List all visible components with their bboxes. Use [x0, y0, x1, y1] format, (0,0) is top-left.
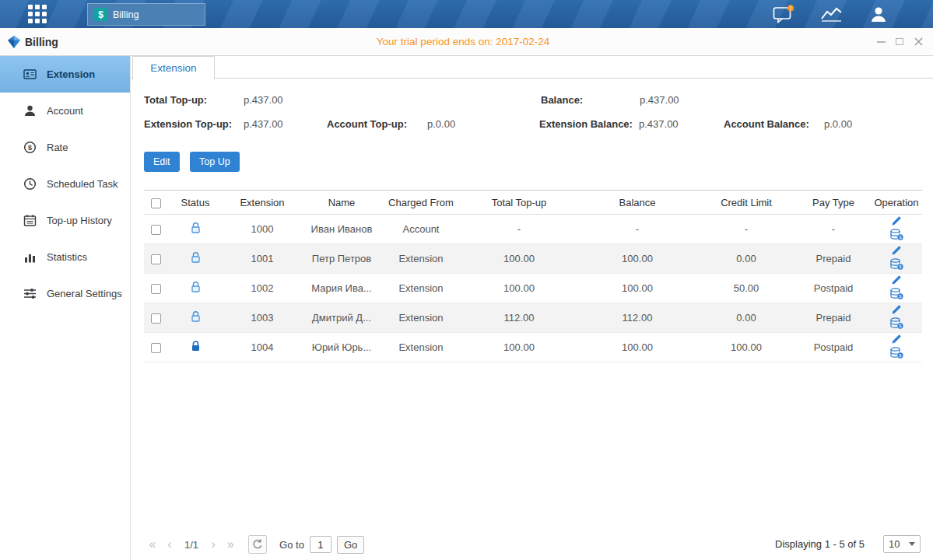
- sidebar-item-label: Extension: [47, 68, 95, 80]
- topup-icon[interactable]: $: [890, 229, 903, 243]
- cell-charged-from: Extension: [382, 333, 460, 362]
- pagination-bar: « ‹ 1/1 › » Go to Go Displaying 1 - 5 of…: [144, 532, 921, 557]
- cell-charged-from: Extension: [382, 303, 460, 333]
- minimize-button[interactable]: [872, 28, 889, 55]
- sidebar-item-rate[interactable]: $ Rate: [0, 129, 130, 166]
- table-row[interactable]: 1004 Юрий Юрь... Extension 100.00 100.00…: [144, 333, 922, 362]
- cell-total-topup: 100.00: [460, 244, 578, 274]
- header-total-topup: Total Top-up: [460, 191, 578, 215]
- unlocked-icon: [190, 251, 202, 266]
- extension-topup-label: Extension Top-up:: [144, 118, 232, 130]
- header-balance: Balance: [578, 191, 696, 215]
- table-row[interactable]: 1002 Мария Ива... Extension 100.00 100.0…: [144, 274, 922, 303]
- table-row[interactable]: 1001 Петр Петров Extension 100.00 100.00…: [144, 244, 922, 274]
- row-checkbox[interactable]: [151, 343, 161, 353]
- table-row[interactable]: 1003 Дмитрий Д... Extension 112.00 112.0…: [144, 303, 922, 333]
- account-balance-label: Account Balance:: [724, 118, 809, 130]
- header-name: Name: [301, 191, 382, 215]
- row-checkbox[interactable]: [151, 254, 161, 264]
- table-header-row: Status Extension Name Charged From Total…: [144, 191, 922, 215]
- sidebar: Extension Account $ Rate Scheduled Task: [0, 56, 131, 560]
- displaying-text: Displaying 1 - 5 of 5: [775, 538, 865, 550]
- topup-icon[interactable]: $: [890, 347, 903, 362]
- summary-panel: Total Top-up: p.437.00 Balance: p.437.00…: [144, 94, 926, 149]
- topup-icon[interactable]: $: [890, 317, 903, 332]
- edit-icon[interactable]: [891, 303, 903, 317]
- sidebar-item-label: Scheduled Task: [47, 178, 118, 190]
- sidebar-item-statistics[interactable]: Statistics: [0, 239, 130, 275]
- user-icon[interactable]: [868, 5, 889, 26]
- tab-extension[interactable]: Extension: [132, 56, 215, 79]
- edit-icon[interactable]: [891, 274, 903, 288]
- cell-pay-type: Prepaid: [796, 303, 871, 333]
- svg-text:$: $: [28, 144, 32, 152]
- chat-icon[interactable]: !: [773, 5, 794, 26]
- total-topup-value: p.437.00: [244, 94, 283, 106]
- apps-grid-icon[interactable]: [28, 5, 48, 24]
- header-credit-limit: Credit Limit: [696, 191, 796, 215]
- sidebar-item-extension[interactable]: Extension: [0, 56, 130, 93]
- total-topup-label: Total Top-up:: [144, 94, 207, 106]
- row-checkbox[interactable]: [151, 284, 161, 294]
- row-checkbox[interactable]: [151, 313, 161, 324]
- page-size-select[interactable]: 10: [883, 535, 921, 553]
- edit-icon[interactable]: [891, 215, 903, 229]
- header-extension: Extension: [223, 191, 301, 215]
- close-button[interactable]: [910, 28, 927, 55]
- extension-table: Status Extension Name Charged From Total…: [144, 190, 922, 362]
- cell-name: Иван Иванов: [301, 215, 382, 244]
- edit-icon[interactable]: [891, 244, 903, 258]
- cell-balance: 100.00: [578, 274, 696, 303]
- trial-notice: Your trial period ends on: 2017-02-24: [377, 36, 549, 47]
- topup-icon[interactable]: $: [890, 258, 903, 273]
- cell-credit-limit: 100.00: [696, 333, 796, 362]
- goto-page-input[interactable]: [310, 536, 331, 553]
- account-balance-value: p.0.00: [824, 118, 852, 130]
- sidebar-item-scheduled-task[interactable]: Scheduled Task: [0, 166, 130, 202]
- cell-charged-from: Extension: [382, 244, 460, 274]
- edit-button[interactable]: Edit: [144, 152, 180, 172]
- edit-icon[interactable]: [891, 333, 903, 347]
- extension-balance-value: p.437.00: [639, 118, 679, 130]
- maximize-button[interactable]: [891, 28, 908, 55]
- billing-app: $ Billing !: [0, 0, 933, 560]
- extension-balance-label: Extension Balance:: [539, 118, 633, 130]
- action-buttons: Edit Top Up: [144, 152, 247, 172]
- cell-balance: 100.00: [578, 333, 696, 362]
- go-button[interactable]: Go: [337, 536, 364, 554]
- sidebar-item-topup-history[interactable]: Top-up History: [0, 202, 130, 239]
- svg-text:!: !: [790, 5, 791, 11]
- unlocked-icon: [190, 222, 202, 236]
- extension-icon: [23, 68, 37, 81]
- balance-label: Balance:: [541, 94, 583, 106]
- refresh-button[interactable]: [248, 535, 267, 554]
- account-topup-label: Account Top-up:: [327, 118, 407, 130]
- unlocked-icon: [190, 281, 202, 296]
- next-page-button[interactable]: ›: [205, 537, 222, 551]
- goto-label: Go to: [279, 539, 304, 551]
- prev-page-button[interactable]: ‹: [161, 537, 178, 551]
- top-up-button[interactable]: Top Up: [190, 152, 240, 172]
- sidebar-item-general-settings[interactable]: General Settings: [0, 275, 130, 312]
- cell-name: Петр Петров: [301, 244, 382, 274]
- select-all-checkbox[interactable]: [151, 198, 161, 208]
- cell-name: Дмитрий Д...: [301, 303, 382, 333]
- sidebar-item-account[interactable]: Account: [0, 93, 130, 129]
- topbar-billing-tab[interactable]: $ Billing: [87, 3, 205, 26]
- cell-pay-type: -: [796, 215, 871, 244]
- last-page-button[interactable]: »: [222, 537, 239, 551]
- cell-extension: 1004: [223, 333, 301, 362]
- sidebar-item-label: Statistics: [47, 251, 87, 263]
- rate-icon: $: [23, 141, 37, 154]
- stats-icon[interactable]: [820, 6, 844, 25]
- balance-value: p.437.00: [640, 94, 679, 106]
- cell-pay-type: Postpaid: [796, 274, 871, 303]
- first-page-button[interactable]: «: [144, 537, 161, 551]
- topup-icon[interactable]: $: [890, 288, 903, 303]
- row-checkbox[interactable]: [151, 225, 161, 235]
- cell-total-topup: -: [460, 215, 578, 244]
- table-row[interactable]: 1000 Иван Иванов Account - - - - $: [144, 215, 922, 244]
- cell-balance: 100.00: [578, 244, 696, 274]
- header-pay-type: Pay Type: [796, 191, 871, 215]
- cell-name: Мария Ива...: [301, 274, 382, 303]
